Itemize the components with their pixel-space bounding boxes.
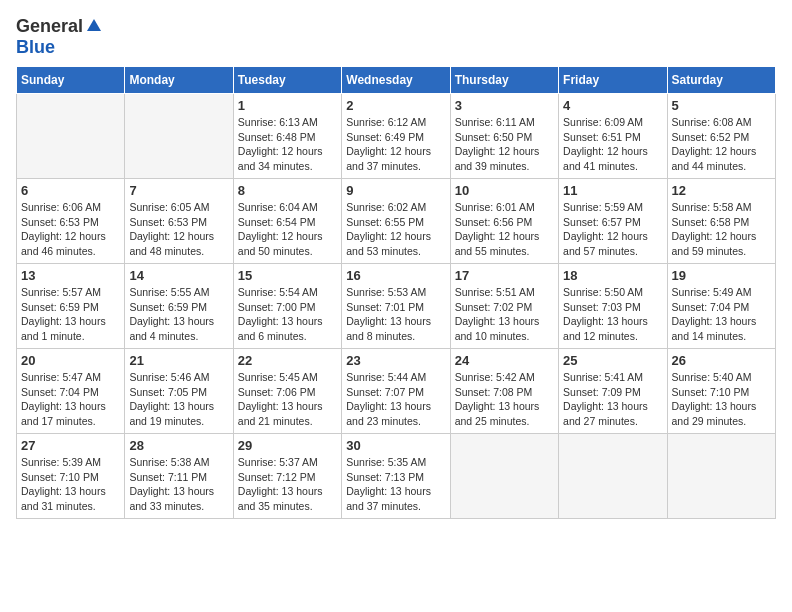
calendar-cell: 22Sunrise: 5:45 AM Sunset: 7:06 PM Dayli… bbox=[233, 349, 341, 434]
day-number: 7 bbox=[129, 183, 228, 198]
weekday-header-wednesday: Wednesday bbox=[342, 67, 450, 94]
day-number: 24 bbox=[455, 353, 554, 368]
week-row-3: 13Sunrise: 5:57 AM Sunset: 6:59 PM Dayli… bbox=[17, 264, 776, 349]
week-row-2: 6Sunrise: 6:06 AM Sunset: 6:53 PM Daylig… bbox=[17, 179, 776, 264]
calendar-cell: 29Sunrise: 5:37 AM Sunset: 7:12 PM Dayli… bbox=[233, 434, 341, 519]
calendar-cell: 5Sunrise: 6:08 AM Sunset: 6:52 PM Daylig… bbox=[667, 94, 775, 179]
day-info: Sunrise: 6:09 AM Sunset: 6:51 PM Dayligh… bbox=[563, 115, 662, 174]
calendar-cell: 24Sunrise: 5:42 AM Sunset: 7:08 PM Dayli… bbox=[450, 349, 558, 434]
day-info: Sunrise: 5:38 AM Sunset: 7:11 PM Dayligh… bbox=[129, 455, 228, 514]
day-info: Sunrise: 5:41 AM Sunset: 7:09 PM Dayligh… bbox=[563, 370, 662, 429]
day-number: 14 bbox=[129, 268, 228, 283]
calendar-cell: 14Sunrise: 5:55 AM Sunset: 6:59 PM Dayli… bbox=[125, 264, 233, 349]
day-number: 26 bbox=[672, 353, 771, 368]
day-number: 29 bbox=[238, 438, 337, 453]
calendar-cell bbox=[17, 94, 125, 179]
calendar-cell: 20Sunrise: 5:47 AM Sunset: 7:04 PM Dayli… bbox=[17, 349, 125, 434]
weekday-header-monday: Monday bbox=[125, 67, 233, 94]
day-number: 8 bbox=[238, 183, 337, 198]
calendar-cell: 28Sunrise: 5:38 AM Sunset: 7:11 PM Dayli… bbox=[125, 434, 233, 519]
logo-blue-text: Blue bbox=[16, 37, 55, 57]
day-number: 28 bbox=[129, 438, 228, 453]
calendar-cell: 16Sunrise: 5:53 AM Sunset: 7:01 PM Dayli… bbox=[342, 264, 450, 349]
day-number: 9 bbox=[346, 183, 445, 198]
day-info: Sunrise: 6:12 AM Sunset: 6:49 PM Dayligh… bbox=[346, 115, 445, 174]
calendar-cell: 6Sunrise: 6:06 AM Sunset: 6:53 PM Daylig… bbox=[17, 179, 125, 264]
calendar-cell: 25Sunrise: 5:41 AM Sunset: 7:09 PM Dayli… bbox=[559, 349, 667, 434]
weekday-header-thursday: Thursday bbox=[450, 67, 558, 94]
day-info: Sunrise: 6:01 AM Sunset: 6:56 PM Dayligh… bbox=[455, 200, 554, 259]
day-number: 27 bbox=[21, 438, 120, 453]
day-info: Sunrise: 5:57 AM Sunset: 6:59 PM Dayligh… bbox=[21, 285, 120, 344]
calendar-cell: 12Sunrise: 5:58 AM Sunset: 6:58 PM Dayli… bbox=[667, 179, 775, 264]
calendar-cell: 15Sunrise: 5:54 AM Sunset: 7:00 PM Dayli… bbox=[233, 264, 341, 349]
day-info: Sunrise: 5:40 AM Sunset: 7:10 PM Dayligh… bbox=[672, 370, 771, 429]
day-info: Sunrise: 6:06 AM Sunset: 6:53 PM Dayligh… bbox=[21, 200, 120, 259]
day-info: Sunrise: 6:08 AM Sunset: 6:52 PM Dayligh… bbox=[672, 115, 771, 174]
day-info: Sunrise: 5:51 AM Sunset: 7:02 PM Dayligh… bbox=[455, 285, 554, 344]
weekday-header-sunday: Sunday bbox=[17, 67, 125, 94]
day-info: Sunrise: 5:46 AM Sunset: 7:05 PM Dayligh… bbox=[129, 370, 228, 429]
day-number: 4 bbox=[563, 98, 662, 113]
calendar-cell bbox=[125, 94, 233, 179]
day-number: 17 bbox=[455, 268, 554, 283]
calendar-cell: 7Sunrise: 6:05 AM Sunset: 6:53 PM Daylig… bbox=[125, 179, 233, 264]
calendar-cell: 9Sunrise: 6:02 AM Sunset: 6:55 PM Daylig… bbox=[342, 179, 450, 264]
week-row-4: 20Sunrise: 5:47 AM Sunset: 7:04 PM Dayli… bbox=[17, 349, 776, 434]
calendar-cell: 1Sunrise: 6:13 AM Sunset: 6:48 PM Daylig… bbox=[233, 94, 341, 179]
calendar-cell: 2Sunrise: 6:12 AM Sunset: 6:49 PM Daylig… bbox=[342, 94, 450, 179]
calendar-table: SundayMondayTuesdayWednesdayThursdayFrid… bbox=[16, 66, 776, 519]
day-number: 6 bbox=[21, 183, 120, 198]
calendar-cell: 26Sunrise: 5:40 AM Sunset: 7:10 PM Dayli… bbox=[667, 349, 775, 434]
calendar-cell bbox=[667, 434, 775, 519]
day-number: 3 bbox=[455, 98, 554, 113]
calendar-cell: 27Sunrise: 5:39 AM Sunset: 7:10 PM Dayli… bbox=[17, 434, 125, 519]
calendar-cell: 23Sunrise: 5:44 AM Sunset: 7:07 PM Dayli… bbox=[342, 349, 450, 434]
day-info: Sunrise: 5:59 AM Sunset: 6:57 PM Dayligh… bbox=[563, 200, 662, 259]
logo: General Blue bbox=[16, 16, 103, 58]
calendar-cell: 8Sunrise: 6:04 AM Sunset: 6:54 PM Daylig… bbox=[233, 179, 341, 264]
day-info: Sunrise: 6:11 AM Sunset: 6:50 PM Dayligh… bbox=[455, 115, 554, 174]
calendar-cell: 4Sunrise: 6:09 AM Sunset: 6:51 PM Daylig… bbox=[559, 94, 667, 179]
calendar-cell bbox=[559, 434, 667, 519]
logo-triangle-icon bbox=[86, 17, 102, 37]
page-header: General Blue bbox=[16, 16, 776, 58]
calendar-cell: 21Sunrise: 5:46 AM Sunset: 7:05 PM Dayli… bbox=[125, 349, 233, 434]
day-number: 30 bbox=[346, 438, 445, 453]
day-number: 12 bbox=[672, 183, 771, 198]
day-info: Sunrise: 6:13 AM Sunset: 6:48 PM Dayligh… bbox=[238, 115, 337, 174]
calendar-cell: 17Sunrise: 5:51 AM Sunset: 7:02 PM Dayli… bbox=[450, 264, 558, 349]
day-number: 19 bbox=[672, 268, 771, 283]
day-info: Sunrise: 6:02 AM Sunset: 6:55 PM Dayligh… bbox=[346, 200, 445, 259]
day-number: 11 bbox=[563, 183, 662, 198]
day-info: Sunrise: 5:58 AM Sunset: 6:58 PM Dayligh… bbox=[672, 200, 771, 259]
day-number: 10 bbox=[455, 183, 554, 198]
day-number: 2 bbox=[346, 98, 445, 113]
week-row-5: 27Sunrise: 5:39 AM Sunset: 7:10 PM Dayli… bbox=[17, 434, 776, 519]
day-number: 1 bbox=[238, 98, 337, 113]
calendar-cell: 19Sunrise: 5:49 AM Sunset: 7:04 PM Dayli… bbox=[667, 264, 775, 349]
svg-marker-0 bbox=[87, 19, 101, 31]
day-info: Sunrise: 5:53 AM Sunset: 7:01 PM Dayligh… bbox=[346, 285, 445, 344]
day-info: Sunrise: 5:44 AM Sunset: 7:07 PM Dayligh… bbox=[346, 370, 445, 429]
day-info: Sunrise: 6:04 AM Sunset: 6:54 PM Dayligh… bbox=[238, 200, 337, 259]
day-number: 18 bbox=[563, 268, 662, 283]
calendar-cell: 30Sunrise: 5:35 AM Sunset: 7:13 PM Dayli… bbox=[342, 434, 450, 519]
day-info: Sunrise: 5:39 AM Sunset: 7:10 PM Dayligh… bbox=[21, 455, 120, 514]
day-number: 20 bbox=[21, 353, 120, 368]
day-info: Sunrise: 5:50 AM Sunset: 7:03 PM Dayligh… bbox=[563, 285, 662, 344]
day-number: 15 bbox=[238, 268, 337, 283]
day-info: Sunrise: 5:55 AM Sunset: 6:59 PM Dayligh… bbox=[129, 285, 228, 344]
day-info: Sunrise: 5:54 AM Sunset: 7:00 PM Dayligh… bbox=[238, 285, 337, 344]
day-info: Sunrise: 5:42 AM Sunset: 7:08 PM Dayligh… bbox=[455, 370, 554, 429]
weekday-header-tuesday: Tuesday bbox=[233, 67, 341, 94]
calendar-cell: 13Sunrise: 5:57 AM Sunset: 6:59 PM Dayli… bbox=[17, 264, 125, 349]
calendar-cell: 11Sunrise: 5:59 AM Sunset: 6:57 PM Dayli… bbox=[559, 179, 667, 264]
day-number: 16 bbox=[346, 268, 445, 283]
day-info: Sunrise: 5:35 AM Sunset: 7:13 PM Dayligh… bbox=[346, 455, 445, 514]
calendar-cell: 10Sunrise: 6:01 AM Sunset: 6:56 PM Dayli… bbox=[450, 179, 558, 264]
day-info: Sunrise: 5:49 AM Sunset: 7:04 PM Dayligh… bbox=[672, 285, 771, 344]
weekday-header-friday: Friday bbox=[559, 67, 667, 94]
day-number: 13 bbox=[21, 268, 120, 283]
day-info: Sunrise: 5:45 AM Sunset: 7:06 PM Dayligh… bbox=[238, 370, 337, 429]
